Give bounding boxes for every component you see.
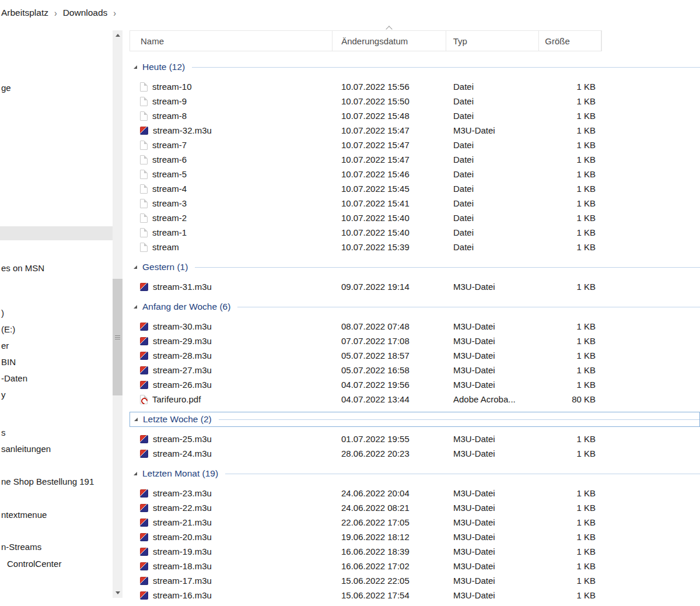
file-name-cell: stream-28.m3u	[123, 351, 332, 360]
file-type: Datei	[446, 111, 540, 121]
group-collapse-triangle-icon[interactable]	[134, 305, 137, 309]
group-collapse-triangle-icon[interactable]	[134, 65, 137, 69]
file-name-cell: stream-4	[123, 184, 332, 194]
plain-file-icon	[140, 228, 148, 237]
file-type: Datei	[446, 198, 540, 208]
sidebar-item-fragment[interactable]: ntextmenue	[0, 509, 47, 521]
file-size: 1 KB	[540, 213, 602, 223]
file-row[interactable]: stream-20.m3u19.06.2022 18:12M3U-Datei1 …	[123, 530, 700, 544]
breadcrumb-chevron-icon[interactable]: ›	[54, 8, 57, 18]
m3u-file-icon	[140, 127, 148, 135]
file-modified-date: 04.07.2022 13:44	[332, 394, 446, 404]
file-row[interactable]: stream-310.07.2022 15:41Datei1 KB	[123, 196, 700, 211]
file-row[interactable]: stream-30.m3u08.07.2022 07:48M3U-Datei1 …	[123, 319, 700, 334]
file-name-cell: Tarifeuro.pdf	[123, 394, 332, 404]
sidebar-item-fragment[interactable]: -Daten	[0, 373, 27, 384]
file-row[interactable]: stream-25.m3u01.07.2022 19:55M3U-Datei1 …	[123, 432, 700, 446]
column-header-aenderungsdatum[interactable]: Änderungsdatum	[332, 31, 446, 51]
plain-file-icon	[140, 111, 148, 121]
file-row[interactable]: stream-23.m3u24.06.2022 20:04M3U-Datei1 …	[123, 486, 700, 500]
group-header-letzten-monat[interactable]: Letzten Monat (19)	[130, 466, 700, 481]
file-row[interactable]: stream-210.07.2022 15:40Datei1 KB	[123, 211, 700, 225]
breadcrumb-item-downloads[interactable]: Downloads	[63, 8, 108, 18]
file-modified-date: 15.06.2022 17:54	[332, 590, 446, 600]
plain-file-icon	[140, 213, 148, 223]
file-type: M3U-Datei	[446, 488, 540, 498]
file-row[interactable]: stream-24.m3u28.06.2022 20:23M3U-Datei1 …	[123, 446, 700, 461]
group-header-gestern[interactable]: Gestern (1)	[130, 260, 700, 275]
sidebar-item-fragment[interactable]: n-Streams	[0, 541, 41, 553]
group-header-heute[interactable]: Heute (12)	[130, 59, 700, 75]
file-row[interactable]: stream-910.07.2022 15:50Datei1 KB	[123, 94, 700, 108]
sidebar-item-fragment[interactable]: ne Shop Bestellung 191	[0, 476, 94, 488]
sidebar-item-fragment[interactable]: er	[0, 340, 9, 352]
file-row[interactable]: stream-17.m3u15.06.2022 22:05M3U-Datei1 …	[123, 573, 700, 588]
file-name-cell: stream-21.m3u	[123, 517, 332, 527]
file-row[interactable]: stream-26.m3u04.07.2022 19:56M3U-Datei1 …	[123, 377, 700, 392]
file-row[interactable]: stream-18.m3u16.06.2022 17:02M3U-Datei1 …	[123, 559, 700, 573]
column-header-groesse[interactable]: Größe	[539, 31, 601, 51]
breadcrumb-chevron-icon[interactable]: ›	[113, 8, 116, 18]
sidebar-item-fragment[interactable]: sanleitungen	[0, 443, 51, 455]
file-modified-date: 05.07.2022 16:58	[332, 365, 446, 375]
file-row[interactable]: stream-28.m3u05.07.2022 18:57M3U-Datei1 …	[123, 348, 700, 363]
file-row[interactable]: stream-510.07.2022 15:46Datei1 KB	[123, 167, 700, 181]
m3u-file-icon	[140, 381, 148, 389]
m3u-file-icon	[140, 352, 148, 360]
m3u-file-icon	[140, 591, 148, 600]
file-modified-date: 15.06.2022 22:05	[332, 576, 446, 586]
file-row[interactable]: stream-21.m3u22.06.2022 17:05M3U-Datei1 …	[123, 515, 700, 530]
scrollbar-up-button[interactable]	[113, 30, 123, 40]
sidebar-item-fragment[interactable]: )	[0, 307, 4, 319]
file-type: M3U-Datei	[446, 380, 540, 390]
column-header-name[interactable]: Name	[130, 31, 332, 51]
file-size: 1 KB	[540, 547, 602, 556]
file-row[interactable]: stream-29.m3u07.07.2022 17:08M3U-Datei1 …	[123, 334, 700, 348]
file-row[interactable]: stream-27.m3u05.07.2022 16:58M3U-Datei1 …	[123, 363, 700, 377]
group-collapse-triangle-icon[interactable]	[134, 418, 138, 421]
file-type: Datei	[446, 169, 540, 179]
file-row[interactable]: stream-110.07.2022 15:40Datei1 KB	[123, 225, 700, 240]
vertical-scrollbar[interactable]	[113, 30, 123, 598]
file-modified-date: 10.07.2022 15:40	[332, 213, 446, 223]
file-name: stream-19.m3u	[153, 547, 212, 556]
file-row[interactable]: stream-710.07.2022 15:47Datei1 KB	[123, 138, 700, 152]
file-modified-date: 10.07.2022 15:47	[332, 140, 446, 150]
sidebar-item-fragment[interactable]: s	[0, 427, 6, 439]
file-name-cell: stream-27.m3u	[123, 365, 332, 375]
file-name-cell: stream-24.m3u	[123, 449, 332, 458]
group-header-letzte-woche[interactable]: Letzte Woche (2)	[130, 412, 700, 427]
file-modified-date: 16.06.2022 17:02	[332, 561, 446, 571]
down-arrow-icon	[116, 591, 120, 594]
file-row[interactable]: stream-410.07.2022 15:45Datei1 KB	[123, 181, 700, 196]
sidebar-item-fragment[interactable]: BIN	[0, 356, 16, 368]
file-name-cell: stream-32.m3u	[123, 125, 332, 135]
file-type: M3U-Datei	[446, 434, 540, 444]
group-collapse-triangle-icon[interactable]	[134, 265, 137, 269]
sidebar-item-fragment[interactable]: y	[0, 389, 6, 401]
file-row[interactable]: Tarifeuro.pdf04.07.2022 13:44Adobe Acrob…	[123, 392, 700, 407]
file-row[interactable]: stream-16.m3u15.06.2022 17:54M3U-Datei1 …	[123, 588, 700, 603]
file-row[interactable]: stream-19.m3u16.06.2022 18:39M3U-Datei1 …	[123, 544, 700, 559]
file-row[interactable]: stream-31.m3u09.07.2022 19:14M3U-Datei1 …	[123, 279, 700, 294]
sidebar-selected-item-highlight[interactable]	[0, 226, 113, 240]
file-row[interactable]: stream-610.07.2022 15:47Datei1 KB	[123, 152, 700, 167]
scrollbar-down-button[interactable]	[113, 588, 123, 598]
sidebar-item-fragment[interactable]: ControlCenter	[0, 558, 61, 570]
file-row[interactable]: stream-810.07.2022 15:48Datei1 KB	[123, 108, 700, 123]
sidebar-item-fragment[interactable]: (E:)	[0, 324, 15, 335]
file-row[interactable]: stream10.07.2022 15:39Datei1 KB	[123, 240, 700, 254]
scrollbar-thumb[interactable]	[113, 279, 123, 395]
sidebar-item-fragment[interactable]: ge	[0, 82, 11, 94]
file-row[interactable]: stream-1010.07.2022 15:56Datei1 KB	[123, 79, 700, 94]
sidebar-item-fragment[interactable]: es on MSN	[0, 262, 44, 274]
group-collapse-triangle-icon[interactable]	[134, 472, 137, 475]
file-row[interactable]: stream-32.m3u10.07.2022 15:47M3U-Datei1 …	[123, 123, 700, 138]
file-modified-date: 10.07.2022 15:45	[332, 184, 446, 194]
group-header-anfang-der-woche[interactable]: Anfang der Woche (6)	[130, 299, 700, 314]
breadcrumb-item-arbeitsplatz[interactable]: Arbeitsplatz	[1, 8, 48, 18]
file-row[interactable]: stream-22.m3u24.06.2022 08:21M3U-Datei1 …	[123, 500, 700, 515]
file-modified-date: 10.07.2022 15:47	[332, 125, 446, 135]
column-header-typ[interactable]: Typ	[446, 31, 540, 51]
file-modified-date: 01.07.2022 19:55	[332, 434, 446, 444]
